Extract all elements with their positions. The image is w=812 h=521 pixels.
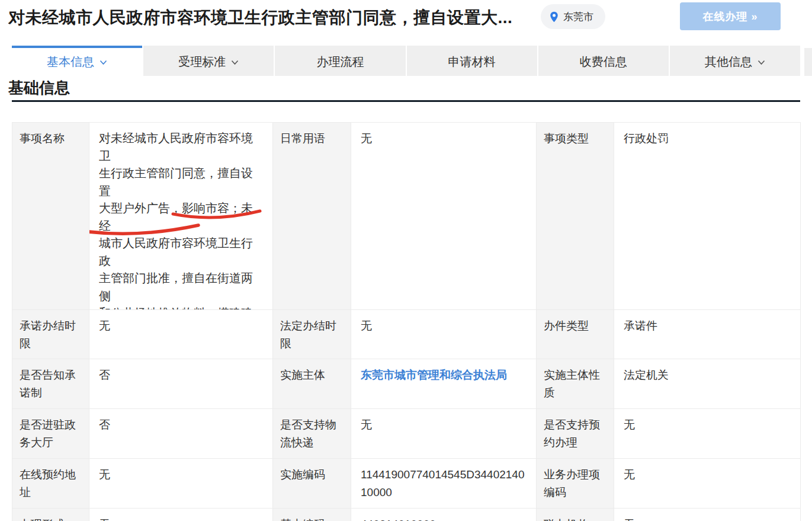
tab-overflow-sliver <box>804 48 812 76</box>
field-label: 实施编码 <box>273 459 351 509</box>
tab-acceptance-criteria[interactable]: 受理标准 <box>143 46 274 76</box>
online-handling-button[interactable]: 在线办理 » <box>680 2 781 30</box>
chevron-down-icon <box>231 60 239 65</box>
field-value: 无 <box>614 459 801 509</box>
tab-label: 其他信息 <box>705 54 752 70</box>
field-label: 是否进驻政务大厅 <box>12 409 89 459</box>
page-title: 对未经城市人民政府市容环境卫生行政主管部门同意，擅自设置大... <box>8 5 535 31</box>
field-label: 承诺办结时限 <box>12 310 89 359</box>
field-value: 无 <box>351 409 537 459</box>
field-label: 是否支持物流快递 <box>273 409 351 459</box>
field-label: 实施主体性质 <box>537 359 614 409</box>
field-value: 否 <box>89 409 273 459</box>
field-label: 事项名称 <box>12 123 89 310</box>
field-label: 办件类型 <box>537 310 614 359</box>
field-label: 联办机构 <box>537 509 614 521</box>
field-value: 无 <box>89 310 273 359</box>
tab-label: 收费信息 <box>580 54 627 70</box>
field-value: 440214010000 <box>351 509 537 521</box>
tab-basic-info[interactable]: 基本信息 <box>12 46 142 76</box>
tab-bar: 基本信息受理标准办理流程申请材料收费信息其他信息 <box>12 46 800 76</box>
tab-label: 基本信息 <box>47 54 94 70</box>
field-value: 行政处罚 <box>614 123 801 310</box>
field-value: 无 <box>614 409 801 459</box>
tab-label: 受理标准 <box>178 54 226 70</box>
location-label: 东莞市 <box>563 10 593 24</box>
field-label: 基本编码 <box>273 509 351 521</box>
field-label: 实施主体 <box>273 359 351 409</box>
section-title: 基础信息 <box>8 78 70 98</box>
location-selector[interactable]: 东莞市 <box>541 4 605 29</box>
field-value: 承诺件 <box>614 310 801 359</box>
red-underline-annotation <box>89 123 273 310</box>
field-label: 是否支持预约办理 <box>537 409 614 459</box>
field-value: 东莞市城市管理和综合执法局 <box>351 359 537 409</box>
field-value: 11441900774014545D3440214010000 <box>351 459 537 509</box>
field-label: 日常用语 <box>273 123 351 310</box>
tab-handling-process[interactable]: 办理流程 <box>275 46 405 76</box>
tab-label: 办理流程 <box>316 54 364 70</box>
field-value: 法定机关 <box>614 359 801 409</box>
chevron-down-icon <box>758 60 765 65</box>
tab-label: 申请材料 <box>448 54 496 70</box>
field-value: 无 <box>89 509 273 521</box>
field-label: 事项类型 <box>537 123 614 310</box>
map-pin-icon <box>550 11 559 23</box>
field-label: 法定办结时限 <box>273 310 351 359</box>
field-value: 无 <box>89 459 273 509</box>
section-title-rule <box>12 100 800 102</box>
field-label: 办理形式 <box>12 509 89 521</box>
tab-other-info[interactable]: 其他信息 <box>670 46 800 76</box>
field-value: 无 <box>614 509 801 521</box>
chevron-down-icon <box>100 60 107 65</box>
tab-fee-info[interactable]: 收费信息 <box>538 46 669 76</box>
field-label: 在线预约地址 <box>12 459 89 509</box>
field-label: 业务办理项编码 <box>537 459 614 509</box>
field-value: 对未经城市人民政府市容环境卫 生行政主管部门同意，擅自设置 大型户外广告，影响市… <box>89 123 273 310</box>
field-value: 无 <box>351 123 537 310</box>
field-value: 无 <box>351 310 537 359</box>
field-value: 否 <box>89 359 273 409</box>
field-label: 是否告知承诺制 <box>12 359 89 409</box>
basic-info-table: 事项名称对未经城市人民政府市容环境卫 生行政主管部门同意，擅自设置 大型户外广告… <box>12 122 801 521</box>
tab-application-materials[interactable]: 申请材料 <box>407 46 537 76</box>
implementing-agency-link[interactable]: 东莞市城市管理和综合执法局 <box>361 369 507 381</box>
